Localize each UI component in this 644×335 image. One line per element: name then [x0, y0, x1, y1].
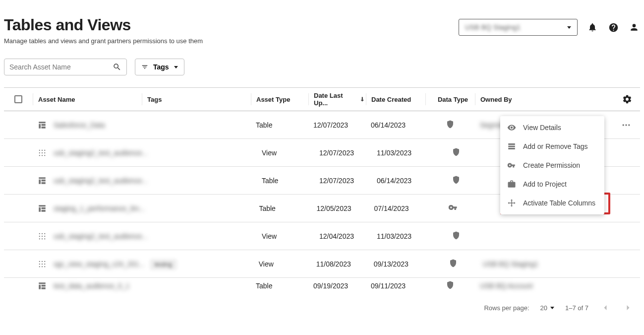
col-date-created[interactable]: Date Created — [366, 93, 425, 105]
svg-point-9 — [39, 155, 40, 156]
created-cell: 06/14/2023 — [366, 121, 425, 129]
asset-type-cell: View — [257, 149, 314, 157]
shield-icon — [449, 259, 458, 269]
shield-icon — [446, 120, 455, 131]
rows-per-page-select[interactable]: 20 — [540, 304, 554, 312]
shield-icon — [452, 175, 461, 186]
svg-point-2 — [628, 124, 630, 126]
menu-create-permission[interactable]: Create Permission — [500, 156, 604, 175]
svg-point-19 — [42, 238, 43, 239]
menu-view-details[interactable]: View Details — [500, 118, 604, 137]
table-row[interactable]: sgc_view_staging_c24_201...testingView11… — [4, 250, 640, 278]
svg-point-14 — [44, 233, 45, 234]
svg-point-18 — [39, 238, 40, 239]
prev-page-button[interactable] — [599, 302, 611, 314]
svg-point-13 — [42, 233, 43, 234]
col-owned-by[interactable]: Owned By — [475, 93, 559, 105]
table-icon — [38, 204, 47, 213]
asset-name: test_data_audience_0_1 — [54, 282, 129, 290]
tags-cell: testing — [145, 260, 254, 268]
created-cell: 11/03/2023 — [372, 149, 431, 157]
svg-point-6 — [39, 152, 40, 153]
shield-icon — [452, 147, 461, 158]
table-row[interactable]: usb_staging2_test_audience...View12/04/2… — [4, 222, 640, 250]
svg-point-4 — [42, 149, 43, 150]
svg-point-3 — [39, 149, 40, 150]
filter-icon — [141, 64, 148, 70]
svg-point-8 — [44, 152, 45, 153]
created-cell: 06/14/2023 — [372, 177, 431, 185]
menu-add-remove-tags[interactable]: Add or Remove Tags — [500, 137, 604, 156]
updated-cell: 12/05/2023 — [311, 204, 369, 212]
table-icon — [38, 121, 47, 130]
menu-add-to-project[interactable]: Add to Project — [500, 175, 604, 194]
gear-icon[interactable] — [621, 93, 633, 105]
created-cell: 09/11/2023 — [366, 282, 425, 290]
col-asset-type[interactable]: Asset Type — [251, 93, 308, 105]
asset-type-cell: Table — [254, 204, 311, 212]
view-icon — [38, 148, 47, 157]
page-subtitle: Manage tables and views and grant partne… — [4, 37, 203, 45]
search-input-wrapper[interactable] — [4, 59, 127, 75]
updated-cell: 12/07/2023 — [314, 149, 372, 157]
select-all-checkbox[interactable] — [14, 95, 22, 103]
asset-name: usb_staging2_test_audience... — [54, 232, 148, 240]
svg-point-11 — [44, 155, 45, 156]
col-date-updated[interactable]: Date Last Up... — [308, 93, 366, 105]
updated-cell: 12/04/2023 — [314, 232, 372, 240]
table-row[interactable]: test_data_audience_0_1Table09/19/202309/… — [4, 278, 640, 294]
chevron-down-icon — [174, 66, 178, 68]
search-icon — [113, 63, 121, 71]
account-selected-value: USB BQ Staging1 — [465, 23, 521, 31]
table-icon — [38, 176, 47, 185]
asset-type-cell: View — [254, 260, 311, 268]
shield-icon — [446, 280, 455, 291]
updated-cell: 12/07/2023 — [314, 177, 372, 185]
tags-filter-label: Tags — [153, 63, 169, 71]
svg-point-7 — [42, 152, 43, 153]
help-icon[interactable] — [607, 21, 619, 33]
shield-icon — [452, 231, 461, 242]
briefcase-icon — [507, 180, 516, 189]
col-asset-name[interactable]: Asset Name — [33, 93, 142, 105]
svg-point-24 — [39, 263, 40, 264]
account-select[interactable]: USB BQ Staging1 — [459, 19, 578, 36]
svg-point-22 — [42, 261, 43, 262]
svg-point-23 — [44, 261, 45, 262]
eye-icon — [507, 123, 516, 132]
created-cell: 11/03/2023 — [372, 232, 431, 240]
key-icon — [448, 202, 458, 214]
asset-name: Salesforce_Data — [54, 121, 105, 129]
col-tags[interactable]: Tags — [142, 93, 251, 105]
person-icon[interactable] — [628, 21, 640, 33]
svg-point-10 — [42, 155, 43, 156]
menu-activate-table-columns[interactable]: Activate Table Columns — [500, 194, 604, 212]
svg-point-20 — [44, 238, 45, 239]
svg-point-25 — [42, 263, 43, 264]
tags-filter-button[interactable]: Tags — [135, 59, 184, 75]
bell-icon[interactable] — [586, 21, 598, 33]
tag-icon — [507, 142, 516, 151]
created-cell: 09/13/2023 — [369, 260, 428, 268]
col-data-type[interactable]: Data Type — [425, 93, 475, 105]
row-context-menu: View Details Add or Remove Tags Create P… — [500, 116, 604, 214]
svg-point-21 — [39, 261, 40, 262]
svg-point-27 — [39, 266, 40, 267]
sort-desc-icon — [359, 96, 366, 103]
svg-point-12 — [39, 233, 40, 234]
created-cell: 07/14/2023 — [369, 204, 428, 212]
next-page-button[interactable] — [622, 302, 634, 314]
svg-point-5 — [44, 149, 45, 150]
asset-name: staging_1_performance_lim... — [54, 204, 145, 212]
svg-point-1 — [625, 124, 627, 126]
svg-point-17 — [44, 235, 45, 236]
asset-name: sgc_view_staging_c24_201... — [54, 260, 145, 268]
chevron-down-icon — [550, 307, 554, 309]
updated-cell: 12/07/2023 — [308, 121, 366, 129]
updated-cell: 09/19/2023 — [308, 282, 366, 290]
search-input[interactable] — [9, 63, 109, 71]
asset-name: usb_staging2_test_audience... — [54, 177, 148, 185]
asset-type-cell: View — [257, 232, 314, 240]
svg-point-29 — [44, 266, 45, 267]
svg-point-16 — [42, 235, 43, 236]
